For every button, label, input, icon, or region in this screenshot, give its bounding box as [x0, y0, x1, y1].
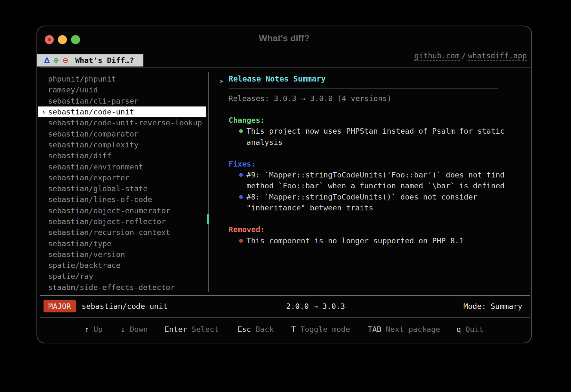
- bullet-item: #9: `Mapper::stringToCodeUnits('Foo::bar…: [229, 169, 531, 192]
- package-name: sebastian/type: [48, 239, 111, 248]
- help-item: TToggle mode: [291, 324, 350, 335]
- panel-header: ➤ Release Notes Summary: [229, 74, 531, 85]
- package-list-item[interactable]: sebastian/diff: [38, 150, 206, 161]
- help-item: ↓Down: [121, 324, 148, 335]
- pointer-arrow-icon: ➤: [219, 76, 224, 87]
- package-name: sebastian/object-enumerator: [48, 206, 170, 215]
- section-title: Changes:: [229, 115, 531, 126]
- package-list-item[interactable]: sebastian/recursion-context: [38, 227, 206, 238]
- help-label: Select: [192, 325, 219, 334]
- bullet-item: This project now uses PHPStan instead of…: [229, 126, 531, 148]
- help-key: ↑: [84, 325, 89, 334]
- package-list-item[interactable]: sebastian/lines-of-code: [38, 194, 206, 205]
- help-label: Next package: [386, 325, 440, 334]
- help-item: qQuit: [456, 324, 484, 335]
- status-bar-bottom-separator: [40, 317, 530, 318]
- package-list: phpunit/phpunitramsey/uuidsebastian/cli-…: [38, 74, 206, 293]
- package-list-item[interactable]: sebastian/environment: [38, 161, 206, 172]
- diff-remove-icon: ⊖: [62, 57, 68, 64]
- help-key: q: [456, 325, 461, 334]
- desktop: { "window": { "title": "What's diff?" },…: [0, 0, 571, 392]
- status-version-change: 2.0.0 → 3.0.3: [286, 301, 345, 312]
- diff-add-icon: ⊕: [53, 57, 59, 64]
- package-list-item[interactable]: sebastian/cli-parser: [38, 96, 206, 106]
- status-mode: Mode: Summary: [463, 301, 522, 312]
- help-item: EscBack: [237, 324, 274, 335]
- package-list-item[interactable]: sebastian/type: [38, 238, 206, 249]
- status-package-name: sebastian/code-unit: [82, 301, 168, 312]
- help-key: T: [291, 325, 296, 334]
- release-section: Fixes:#9: `Mapper::stringToCodeUnits('Fo…: [229, 159, 531, 213]
- help-label: Up: [93, 325, 102, 334]
- status-badge: MAJOR: [44, 300, 76, 312]
- app-badge: Δ ⊕ ⊖ What's Diff…?: [36, 54, 143, 67]
- package-list-item[interactable]: sebastian/object-enumerator: [38, 205, 206, 216]
- package-name: sebastian/global-state: [48, 184, 148, 193]
- package-list-item[interactable]: spatie/ray: [38, 271, 206, 282]
- bullet-text: This component is no longer supported on…: [246, 235, 512, 246]
- help-item: ↑Up: [84, 324, 102, 335]
- bullet-text: This project now uses PHPStan instead of…: [246, 126, 512, 148]
- bullet-dot-icon: [239, 173, 243, 177]
- selected-marker-icon: ›: [41, 107, 48, 116]
- package-name: spatie/ray: [48, 272, 93, 281]
- package-name: staabm/side-effects-detector: [48, 283, 175, 292]
- package-list-item[interactable]: sebastian/version: [38, 249, 206, 260]
- package-list-item[interactable]: phpunit/phpunit: [38, 74, 206, 84]
- package-name: sebastian/comparator: [48, 129, 139, 138]
- section-title: Removed:: [229, 224, 531, 235]
- whatsdiff-link[interactable]: whatsdiff.app: [468, 51, 527, 61]
- help-label: Toggle mode: [300, 325, 350, 334]
- bullet-text: #9: `Mapper::stringToCodeUnits('Foo::bar…: [246, 169, 512, 192]
- package-name: sebastian/object-reflector: [48, 217, 166, 226]
- panel-title-rule: [229, 89, 498, 89]
- package-list-item[interactable]: spatie/backtrace: [38, 260, 206, 271]
- bullet-item: #8: `Mapper::stringToCodeUnits()` does n…: [229, 192, 531, 214]
- package-list-item[interactable]: sebastian/exporter: [38, 172, 206, 183]
- package-list-item[interactable]: ›sebastian/code-unit: [38, 106, 206, 117]
- package-name: sebastian/lines-of-code: [48, 195, 152, 204]
- bullet-dot-icon: [239, 129, 243, 133]
- package-list-item[interactable]: sebastian/complexity: [38, 139, 206, 150]
- external-links: github.com/whatsdiff.app: [414, 51, 527, 60]
- package-list-item[interactable]: sebastian/comparator: [38, 128, 206, 139]
- help-key: ↓: [121, 325, 125, 334]
- package-name: sebastian/recursion-context: [48, 228, 170, 237]
- release-notes-panel: ➤ Release Notes Summary Releases: 3.0.3 …: [209, 67, 531, 257]
- package-name: sebastian/complexity: [48, 140, 139, 149]
- github-link[interactable]: github.com: [414, 51, 459, 61]
- package-name: spatie/backtrace: [48, 261, 120, 270]
- help-label: Down: [130, 325, 148, 334]
- delta-icon: Δ: [44, 57, 50, 64]
- package-name: sebastian/code-unit: [48, 107, 134, 116]
- package-list-item[interactable]: staabm/side-effects-detector: [38, 282, 206, 293]
- bullet-text: #8: `Mapper::stringToCodeUnits()` does n…: [246, 192, 512, 214]
- package-name: sebastian/diff: [48, 151, 111, 160]
- window-title: What's diff?: [37, 33, 531, 43]
- releases-summary: Releases: 3.0.3 → 3.0.0 (4 versions): [229, 93, 531, 104]
- package-name: sebastian/code-unit-reverse-lookup: [48, 118, 202, 127]
- status-bar-top-separator: [40, 295, 530, 296]
- package-list-item[interactable]: sebastian/object-reflector: [38, 216, 206, 227]
- package-list-item[interactable]: sebastian/global-state: [38, 183, 206, 194]
- help-label: Quit: [465, 325, 484, 334]
- package-name: sebastian/cli-parser: [48, 97, 139, 106]
- package-list-item[interactable]: sebastian/code-unit-reverse-lookup: [38, 117, 206, 128]
- help-item: EnterSelect: [165, 324, 219, 335]
- panel-title: Release Notes Summary: [229, 74, 326, 83]
- bullet-dot-icon: [239, 239, 243, 243]
- bullet-item: This component is no longer supported on…: [229, 235, 531, 246]
- package-name: sebastian/exporter: [48, 173, 130, 182]
- app-window: What's diff? Δ ⊕ ⊖ What's Diff…? github.…: [36, 26, 532, 343]
- app-name-label: What's Diff…?: [75, 56, 134, 65]
- package-name: phpunit/phpunit: [48, 74, 116, 83]
- package-list-item[interactable]: ramsey/uuid: [38, 84, 206, 95]
- help-label: Back: [255, 325, 274, 334]
- release-section: Changes:This project now uses PHPStan in…: [229, 115, 531, 148]
- package-name: sebastian/version: [48, 250, 125, 259]
- release-sections: Changes:This project now uses PHPStan in…: [229, 115, 531, 246]
- bullet-dot-icon: [239, 195, 243, 199]
- section-title: Fixes:: [229, 159, 531, 169]
- package-name: ramsey/uuid: [48, 85, 98, 94]
- release-section: Removed:This component is no longer supp…: [229, 224, 531, 246]
